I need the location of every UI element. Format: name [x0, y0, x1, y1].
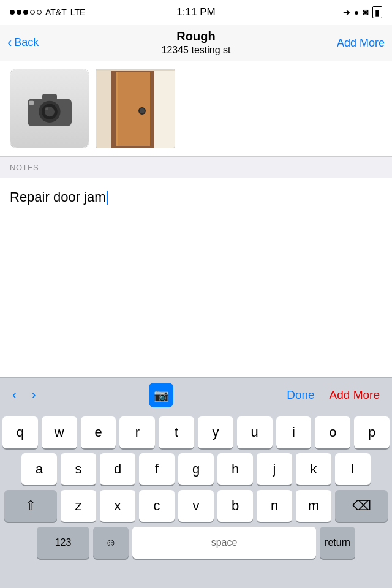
toolbar-add-more-button[interactable]: Add More [330, 388, 380, 402]
done-button[interactable]: Done [287, 388, 314, 402]
key-y[interactable]: y [198, 417, 233, 448]
svg-point-12 [140, 108, 145, 113]
camera-toolbar-icon: 📷 [154, 388, 169, 402]
key-v[interactable]: v [178, 490, 214, 522]
status-left: AT&T LTE [10, 7, 85, 17]
clock-icon: ● [354, 7, 359, 17]
nav-add-more-button[interactable]: Add More [337, 36, 385, 49]
svg-rect-14 [154, 69, 175, 148]
key-r[interactable]: r [119, 417, 155, 448]
key-j[interactable]: j [257, 453, 292, 485]
svg-rect-5 [42, 94, 57, 100]
notes-section-header: NOTES [0, 156, 392, 178]
svg-rect-13 [96, 69, 111, 148]
dot3 [23, 10, 28, 15]
prev-field-button[interactable]: ‹ [12, 387, 17, 403]
back-button[interactable]: ‹ Back [7, 35, 39, 51]
key-delete[interactable]: ⌫ [335, 490, 388, 522]
key-q[interactable]: q [2, 417, 38, 448]
notes-label: NOTES [10, 163, 39, 172]
chevron-left-icon: ‹ [7, 35, 12, 51]
add-photo-button[interactable] [10, 69, 89, 148]
keyboard-row-4: 123 ☺ space return [2, 527, 390, 559]
key-h[interactable]: h [217, 453, 253, 485]
nav-bar: ‹ Back Rough 12345 testing st Add More [0, 24, 392, 61]
key-x[interactable]: x [100, 490, 135, 522]
network-label: LTE [70, 7, 86, 17]
keyboard-row-3: ⇧ z x c v b n m ⌫ [2, 490, 390, 522]
key-d[interactable]: d [100, 453, 135, 485]
keyboard-row-2: a s d f g h j k l [2, 453, 390, 485]
next-field-button[interactable]: › [31, 387, 36, 403]
svg-rect-6 [29, 100, 34, 104]
status-time: 1:11 PM [176, 6, 215, 18]
key-return[interactable]: return [320, 527, 355, 559]
key-s[interactable]: s [61, 453, 96, 485]
svg-rect-10 [116, 72, 118, 146]
photo-section [0, 61, 392, 156]
svg-rect-15 [96, 69, 175, 71]
key-n[interactable]: n [257, 490, 292, 522]
key-a[interactable]: a [21, 453, 57, 485]
notes-content[interactable]: Repair door jam [0, 178, 392, 362]
carrier-label: AT&T [45, 7, 67, 17]
dot5 [37, 10, 42, 15]
key-t[interactable]: t [159, 417, 194, 448]
text-cursor [107, 191, 108, 205]
bluetooth-icon: ◙ [363, 7, 369, 18]
toolbar-nav: ‹ › [12, 387, 36, 403]
key-space[interactable]: space [132, 527, 316, 559]
back-label: Back [14, 36, 39, 49]
key-w[interactable]: w [42, 417, 77, 448]
key-shift[interactable]: ⇧ [4, 490, 57, 522]
door-photo-thumbnail[interactable] [96, 69, 175, 148]
camera-placeholder [10, 69, 89, 148]
status-right: ➔ ● ◙ ▮ [343, 6, 382, 18]
notes-text-content: Repair door jam [10, 189, 106, 205]
keyboard: q w e r t y u i o p a s d f g h j k l ⇧ … [0, 412, 392, 588]
battery-icon: ▮ [372, 6, 382, 18]
key-e[interactable]: e [81, 417, 116, 448]
camera-icon [25, 89, 74, 129]
key-l[interactable]: l [335, 453, 371, 485]
navigation-icon: ➔ [343, 7, 350, 17]
key-m[interactable]: m [296, 490, 331, 522]
key-i[interactable]: i [276, 417, 312, 448]
svg-point-4 [45, 107, 48, 110]
door-image [96, 69, 175, 148]
toolbar-camera-button[interactable]: 📷 [149, 383, 173, 407]
key-numbers[interactable]: 123 [37, 527, 89, 559]
key-emoji[interactable]: ☺ [93, 527, 129, 559]
notes-text[interactable]: Repair door jam [10, 188, 382, 207]
keyboard-row-1: q w e r t y u i o p [2, 417, 390, 448]
key-u[interactable]: u [237, 417, 273, 448]
key-k[interactable]: k [296, 453, 331, 485]
toolbar-right: Done Add More [287, 388, 380, 402]
key-p[interactable]: p [354, 417, 390, 448]
signal-dots [10, 10, 42, 15]
dot2 [17, 10, 21, 15]
key-c[interactable]: c [139, 490, 175, 522]
key-z[interactable]: z [61, 490, 96, 522]
dot1 [10, 10, 15, 15]
key-g[interactable]: g [178, 453, 214, 485]
nav-title: Rough [176, 29, 215, 43]
dot4 [30, 10, 35, 15]
key-o[interactable]: o [315, 417, 350, 448]
nav-subtitle: 12345 testing st [162, 45, 231, 56]
keyboard-toolbar: ‹ › 📷 Done Add More [0, 377, 392, 412]
status-bar: AT&T LTE 1:11 PM ➔ ● ◙ ▮ [0, 0, 392, 24]
key-f[interactable]: f [139, 453, 175, 485]
key-b[interactable]: b [217, 490, 253, 522]
